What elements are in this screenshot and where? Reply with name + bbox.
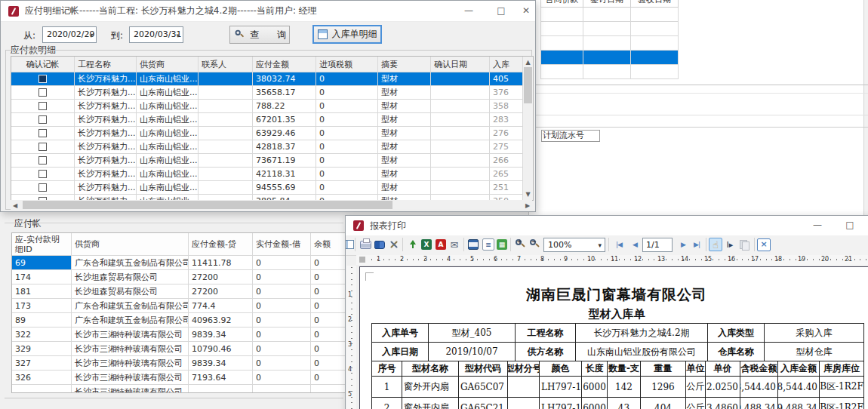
- table-cell[interactable]: 0: [253, 270, 311, 284]
- chevron-down-icon[interactable]: ▾: [176, 27, 180, 44]
- column-header[interactable]: 供货商: [137, 57, 199, 72]
- table-cell[interactable]: 型材: [378, 113, 431, 127]
- column-header[interactable]: 签订日期: [583, 0, 631, 8]
- confirm-cell[interactable]: [11, 140, 75, 154]
- table-cell[interactable]: 0: [311, 356, 346, 371]
- table-cell[interactable]: 0: [253, 328, 311, 342]
- column-header[interactable]: 工程名称: [75, 57, 137, 72]
- table-cell[interactable]: 327: [12, 356, 72, 371]
- table-cell[interactable]: 774.4: [189, 299, 253, 313]
- table-cell[interactable]: 0: [311, 342, 346, 356]
- column-header[interactable]: 确认记帐: [11, 57, 75, 72]
- text-select-icon[interactable]: I▸: [723, 238, 737, 251]
- table-cell[interactable]: [311, 385, 346, 393]
- checkbox[interactable]: [38, 115, 47, 124]
- checkbox[interactable]: [38, 156, 47, 165]
- table-cell[interactable]: 173: [12, 299, 72, 313]
- table-cell[interactable]: 型材: [378, 127, 431, 140]
- table-cell[interactable]: 山东南山铝业...: [137, 168, 199, 181]
- table-cell[interactable]: 788.22: [253, 100, 316, 113]
- table-cell[interactable]: [199, 100, 253, 113]
- minimize-button[interactable]: —: [459, 3, 479, 18]
- hand-tool-icon[interactable]: ☝: [709, 238, 722, 251]
- table-cell[interactable]: [583, 51, 631, 65]
- column-header[interactable]: 摘要: [378, 57, 431, 72]
- inbound-detail-button[interactable]: 入库单明细: [312, 25, 382, 44]
- table-cell[interactable]: 27200: [189, 270, 253, 284]
- scroll-left-icon[interactable]: ◀: [11, 202, 20, 209]
- table-cell[interactable]: [199, 113, 253, 127]
- horizontal-scrollbar[interactable]: ◀ ▶: [11, 200, 532, 210]
- table-cell[interactable]: 266: [490, 154, 523, 168]
- table-cell[interactable]: 型材: [378, 140, 431, 154]
- scrollbar-thumb[interactable]: [23, 201, 392, 209]
- pdf-icon[interactable]: A: [434, 238, 448, 251]
- table-cell[interactable]: [540, 8, 583, 22]
- confirm-cell[interactable]: [11, 72, 75, 86]
- table-cell[interactable]: [631, 65, 679, 79]
- table-cell[interactable]: 0: [316, 140, 378, 154]
- table-cell[interactable]: [431, 127, 490, 140]
- table-cell[interactable]: [540, 51, 583, 65]
- first-page-icon[interactable]: |◀: [612, 238, 626, 251]
- export-icon[interactable]: [406, 238, 420, 251]
- table-cell[interactable]: 9839.34: [189, 328, 253, 342]
- table-cell[interactable]: 0: [316, 86, 378, 100]
- table-cell[interactable]: 0: [316, 100, 378, 113]
- table-cell[interactable]: 0: [253, 299, 311, 313]
- table-cell[interactable]: 0: [316, 72, 378, 86]
- vertical-scrollbar[interactable]: ▲▼: [523, 57, 533, 200]
- confirm-cell[interactable]: [11, 127, 75, 140]
- table-cell[interactable]: [540, 65, 583, 79]
- table-cell[interactable]: [540, 36, 583, 51]
- confirm-cell[interactable]: [11, 168, 75, 181]
- to-date-combobox[interactable]: 2020/03/31 ▾: [129, 26, 183, 43]
- table-cell[interactable]: 山东南山铝业...: [137, 72, 199, 86]
- maximize-button[interactable]: □: [840, 217, 860, 232]
- table-cell[interactable]: [431, 100, 490, 113]
- checkbox[interactable]: [38, 88, 47, 97]
- table-cell[interactable]: [431, 113, 490, 127]
- table-cell[interactable]: 89: [12, 313, 72, 328]
- close-button[interactable]: ✕: [865, 217, 868, 232]
- table-cell[interactable]: 63929.46: [253, 127, 316, 140]
- table-cell[interactable]: 9839.34: [189, 356, 253, 371]
- column-header[interactable]: 联系人: [199, 57, 253, 72]
- table-cell[interactable]: 长沙万科魅力...: [75, 100, 137, 113]
- table-cell[interactable]: 7193.64: [189, 371, 253, 385]
- table-cell[interactable]: 广东合和建筑五金制品有限公司: [72, 299, 189, 313]
- table-cell[interactable]: [189, 385, 253, 393]
- scroll-up-icon[interactable]: ▲: [523, 59, 533, 66]
- table-cell[interactable]: 长沙万科魅力...: [75, 113, 137, 127]
- scrollbar-strip[interactable]: [863, 0, 868, 215]
- chevron-down-icon[interactable]: ▾: [89, 27, 93, 44]
- table-cell[interactable]: [199, 86, 253, 100]
- table-cell[interactable]: 山东南山铝业...: [137, 86, 199, 100]
- table-cell[interactable]: [431, 86, 490, 100]
- table-cell[interactable]: [583, 36, 631, 51]
- table-cell[interactable]: 型材: [378, 86, 431, 100]
- table-cell[interactable]: 山东南山铝业...: [137, 100, 199, 113]
- table-cell[interactable]: 长沙万科魅力...: [75, 181, 137, 195]
- table-cell[interactable]: 长沙坦森贸易有限公司: [72, 270, 189, 284]
- table-cell[interactable]: 0: [316, 168, 378, 181]
- table-cell[interactable]: 329: [12, 342, 72, 356]
- table-cell[interactable]: 27200: [189, 284, 253, 299]
- excel-icon[interactable]: X: [420, 238, 433, 251]
- zoom-combobox[interactable]: 100% ▾: [543, 238, 605, 252]
- confirm-cell[interactable]: [11, 154, 75, 168]
- table-cell[interactable]: 广东合和建筑五金制品有限公司: [72, 256, 189, 270]
- table-cell[interactable]: 长沙市三湘特种玻璃有限公司: [72, 342, 189, 356]
- table-cell[interactable]: 长沙万科魅力...: [75, 72, 137, 86]
- column-header[interactable]: 进项税额: [316, 57, 378, 72]
- zoom-in-icon[interactable]: +: [513, 238, 527, 251]
- table-cell[interactable]: [199, 140, 253, 154]
- table-cell[interactable]: 94555.69: [253, 181, 316, 195]
- table-cell[interactable]: [431, 72, 490, 86]
- table-cell[interactable]: 42118.31: [253, 168, 316, 181]
- table-cell[interactable]: [12, 385, 72, 393]
- table-cell[interactable]: 0: [311, 270, 346, 284]
- table-cell[interactable]: 山东南山铝业...: [137, 154, 199, 168]
- column-header[interactable]: 余额: [311, 233, 346, 256]
- table-cell[interactable]: 38032.74: [253, 72, 316, 86]
